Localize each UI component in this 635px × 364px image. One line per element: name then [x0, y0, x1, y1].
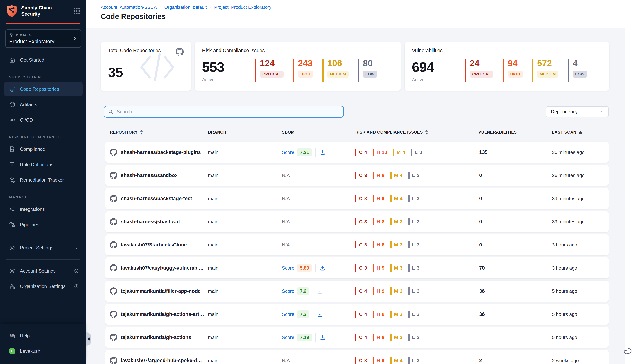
risk-letter: L — [412, 265, 415, 271]
repo-link[interactable]: shash-harness/sandbox — [121, 173, 178, 178]
download-sbom-button[interactable] — [317, 288, 323, 294]
risk-chip-critical: C3 — [355, 195, 367, 202]
table-row[interactable]: shash-harness/sandboxmainN/AC3H8M4L2036 … — [106, 165, 608, 186]
breadcrumb-link-0[interactable]: Account: Automation-SSCA — [101, 4, 157, 10]
vulnerabilities-cell: 36 — [478, 288, 552, 294]
sidebar-item-integrations[interactable]: Integrations — [4, 202, 83, 216]
risk-issues-cell: C3H9M4L3 — [355, 357, 478, 364]
repo-link[interactable]: tejakummarikuntla/gh-actions-artifacts — [121, 312, 204, 317]
module-grid-icon[interactable] — [73, 7, 81, 15]
table-row[interactable]: tejakummarikuntla/filler-app-nodemainSco… — [106, 280, 608, 302]
repo-link[interactable]: tejakummarikuntla/filler-app-node — [121, 288, 201, 294]
right-rail — [625, 28, 635, 364]
chat-support-icon[interactable] — [624, 347, 633, 356]
column-label: REPOSITORY — [110, 130, 138, 134]
table-row[interactable]: tejakummarikuntla/gh-actionsmainScore7.1… — [106, 327, 608, 348]
sidebar-item-rule-definitions[interactable]: Rule Definitions — [4, 158, 83, 172]
risk-chip-low: L3 — [408, 195, 419, 202]
sbom-cell: N/A — [282, 173, 355, 178]
sidebar-item-project-settings[interactable]: Project Settings — [4, 241, 83, 255]
risk-letter: M — [394, 219, 398, 224]
risk-count: 9 — [382, 358, 384, 364]
download-sbom-button[interactable] — [320, 149, 326, 155]
repo-link[interactable]: tejakummarikuntla/gh-actions — [121, 334, 191, 340]
risk-chip-medium: M4 — [390, 357, 403, 364]
repo-cell: shash-harness/backstage-plugins — [110, 148, 208, 156]
risk-chip-high: H8 — [373, 218, 384, 225]
risk-chip-low: L3 — [408, 218, 419, 225]
table-header: REPOSITORYBRANCHSBOMRISK AND COMPLIANCE … — [106, 128, 608, 137]
risk-letter: M — [397, 150, 401, 155]
last-scan-cell: 5 hours ago — [552, 334, 603, 340]
table-row[interactable]: lavakush07/argocd-hub-spoke-demomainN/AC… — [106, 350, 608, 364]
sidebar-item-compliance[interactable]: Compliance — [4, 142, 83, 156]
risk-chip-critical: C4 — [355, 310, 367, 318]
breadcrumb-link-2[interactable]: Project: Product Exploratory — [214, 4, 271, 10]
column-header-sbom[interactable]: SBOM — [282, 130, 355, 134]
sidebar-item-get-started[interactable]: Get Started — [4, 53, 83, 67]
risk-count: 3 — [364, 358, 367, 364]
risk-issues-cell: C4H9M3L3 — [355, 288, 478, 295]
sidebar-item-help[interactable]: ? Help — [4, 329, 83, 343]
risk-letter: H — [376, 242, 380, 248]
table-row[interactable]: shash-harness/shashwatmainN/AC3H8M3L3039… — [106, 211, 608, 232]
column-header-branch[interactable]: BRANCH — [208, 130, 282, 134]
sidebar-item-organization-settings[interactable]: Organization Settings — [4, 279, 83, 293]
column-header-last-scan[interactable]: LAST SCAN — [552, 130, 603, 134]
risk-letter: M — [394, 173, 398, 178]
divider — [313, 310, 313, 319]
sidebar-item-code-repositories[interactable]: Code Repositories — [4, 82, 83, 96]
table-row[interactable]: shash-harness/backstage-testmainN/AC3H9M… — [106, 188, 608, 209]
repo-link[interactable]: lavakush07/easybuggy-vulnerable-app... — [121, 265, 204, 271]
box-icon — [9, 101, 16, 108]
risk-letter: H — [376, 150, 380, 155]
vulnerabilities-sub: Active — [412, 77, 465, 82]
risk-chip-medium: M3 — [390, 310, 403, 318]
download-sbom-button[interactable] — [320, 265, 326, 271]
sidebar-item-remediation-tracker[interactable]: Remediation Tracker — [4, 173, 83, 187]
risk-letter: M — [394, 358, 398, 364]
app-title: Supply ChainSecurity — [21, 5, 70, 17]
risk-letter: M — [394, 242, 398, 248]
repo-link[interactable]: shash-harness/backstage-test — [121, 196, 192, 202]
risk-letter: L — [412, 312, 415, 317]
sidebar-item-artifacts[interactable]: Artifacts — [4, 98, 83, 112]
risk-chip-low: L3 — [408, 310, 419, 318]
project-selector[interactable]: PROJECT Product Exploratory — [5, 30, 81, 48]
sort-icon — [425, 130, 428, 134]
download-sbom-button[interactable] — [320, 334, 326, 340]
risk-chip-medium: M3 — [390, 241, 403, 248]
repo-link[interactable]: lavakush07/argocd-hub-spoke-demo — [121, 358, 204, 364]
risk-low-count: 80 — [363, 58, 373, 68]
search-input[interactable] — [104, 106, 344, 118]
sidebar-item-pipelines[interactable]: Pipelines — [4, 218, 83, 232]
repo-link[interactable]: lavakush07/StarbucksClone — [121, 242, 187, 248]
risk-letter: C — [359, 150, 362, 155]
sidebar-item-label: Rule Definitions — [20, 162, 53, 168]
table-row[interactable]: lavakush07/StarbucksClonemainN/AC3H8M3L3… — [106, 234, 608, 255]
sbom-cell: N/A — [282, 219, 355, 224]
table-row[interactable]: shash-harness/backstage-pluginsmainScore… — [106, 142, 608, 163]
sidebar-item-label: Pipelines — [20, 222, 39, 228]
sidebar-item-account-settings[interactable]: Account Settings — [4, 264, 83, 278]
risk-issues-cell: C4H9M3L3 — [355, 310, 478, 318]
sidebar-item-ci-cd[interactable]: CI/CD — [4, 113, 83, 127]
table-row[interactable]: tejakummarikuntla/gh-actions-artifactsma… — [106, 304, 608, 325]
repo-link[interactable]: shash-harness/backstage-plugins — [121, 150, 201, 155]
svg-text:?: ? — [11, 334, 12, 337]
breadcrumb-link-1[interactable]: Organization: default — [164, 4, 207, 10]
risk-letter: M — [394, 265, 398, 271]
download-sbom-button[interactable] — [317, 311, 323, 317]
doc-search-icon — [9, 146, 16, 152]
filter-dropdown[interactable]: Dependency — [546, 106, 608, 117]
column-header-vulnerabilities[interactable]: VULNERABILITIES — [478, 130, 552, 134]
repo-link[interactable]: shash-harness/shashwat — [121, 219, 180, 224]
github-icon — [110, 218, 117, 225]
column-header-repository[interactable]: REPOSITORY — [110, 130, 208, 134]
risk-count: 9 — [382, 312, 384, 317]
column-header-risk-and-compliance-issues[interactable]: RISK AND COMPLIANCE ISSUES — [355, 130, 478, 134]
user-menu[interactable]: L Lavakush — [4, 344, 83, 358]
risk-chip-low: L2 — [408, 172, 419, 179]
repo-icon — [9, 86, 16, 92]
table-row[interactable]: lavakush07/easybuggy-vulnerable-app...ma… — [106, 258, 608, 278]
